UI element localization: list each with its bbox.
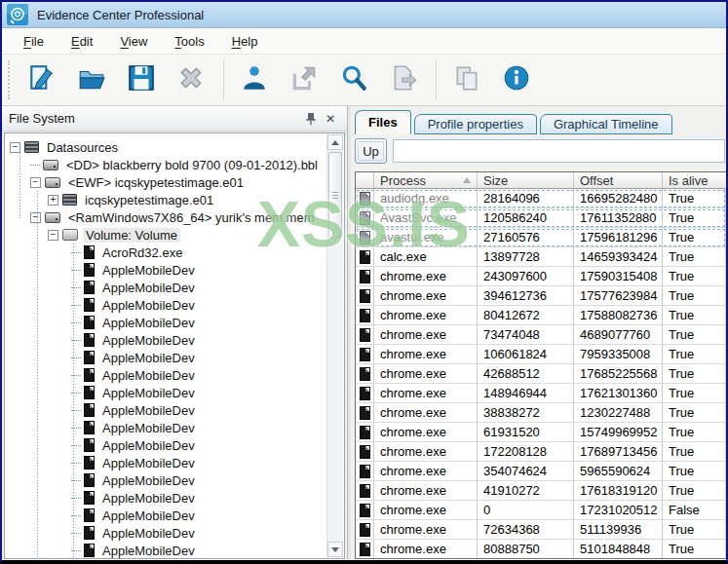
cell-offset: 17621301360 — [574, 384, 663, 402]
process-doc-icon — [84, 491, 95, 505]
tree-node[interactable]: AppleMobileDev — [5, 524, 344, 542]
table-row[interactable]: audiodg.exe2816409616695282480True — [356, 189, 726, 208]
header-cell-process[interactable]: Process — [374, 172, 478, 188]
tree-node[interactable]: AppleMobileDev — [5, 542, 344, 559]
collapse-minus-icon[interactable]: − — [10, 142, 20, 153]
cell-process: calc.exe — [374, 247, 478, 266]
tree-node-label: Volume: Volume — [83, 228, 180, 243]
up-button[interactable]: Up — [355, 138, 387, 164]
table-row[interactable]: chrome.exe1060618247959335008True — [356, 345, 726, 364]
header-cell-offset[interactable]: Offset — [574, 172, 663, 188]
header-cell-is-alive[interactable]: Is alive — [663, 172, 726, 188]
tree-node[interactable]: AppleMobileDev — [5, 261, 344, 279]
table-row[interactable]: chrome.exe3540746245965590624True — [356, 462, 726, 481]
pin-icon[interactable] — [301, 110, 321, 128]
tree-node[interactable]: −<EWF> icqskypetestimage.e01 — [5, 173, 344, 191]
toolbar-new-item-button[interactable] — [21, 59, 62, 100]
tree-node[interactable]: AppleMobileDev — [5, 331, 344, 349]
table-row[interactable]: chrome.exe4268851217685225568True — [356, 364, 726, 384]
table-row[interactable]: chrome.exe6193152015749969952True — [356, 423, 726, 442]
scroll-up-button[interactable] — [327, 134, 343, 150]
tree-node[interactable]: AppleMobileDev — [5, 296, 344, 314]
table-row[interactable]: calc.exe1389772814659393424True — [356, 247, 726, 267]
table-row[interactable]: chrome.exe39461273617577623984True — [356, 286, 726, 306]
scroll-down-button[interactable] — [327, 542, 343, 557]
tree-node[interactable]: −Datasources — [5, 138, 344, 156]
toolbar-save-case-button[interactable] — [121, 59, 162, 100]
toolbar-about-button[interactable] — [496, 59, 537, 100]
tree-node[interactable]: AppleMobileDev — [5, 279, 344, 296]
table-row[interactable]: chrome.exe14894694417621301360True — [356, 384, 726, 403]
tree-scrollbar[interactable] — [326, 134, 343, 557]
toolbar-copy-button[interactable] — [446, 59, 487, 100]
tab-profile-properties[interactable]: Profile properties — [414, 114, 537, 134]
table-row[interactable]: chrome.exe017231020512False — [356, 501, 726, 520]
app-logo-icon — [7, 4, 28, 25]
close-panel-icon[interactable]: ✕ — [321, 110, 340, 128]
table-row[interactable]: chrome.exe17220812817689713456True — [356, 442, 726, 462]
toolbar-report-button[interactable] — [383, 59, 424, 100]
cell-size: 394612736 — [478, 286, 574, 305]
tree-node[interactable]: AppleMobileDev — [5, 471, 344, 489]
tree-node[interactable]: −Volume: Volume — [5, 226, 344, 244]
collapse-minus-icon[interactable]: − — [30, 177, 41, 188]
cell-process: chrome.exe — [374, 364, 478, 383]
cell-icon — [356, 442, 374, 461]
tree-node[interactable]: AppleMobileDev — [5, 401, 344, 419]
tree-node[interactable]: AppleMobileDev — [5, 454, 344, 471]
header-cell-icon[interactable] — [356, 172, 374, 188]
tree-node[interactable]: AppleMobileDev — [5, 349, 344, 366]
tree-node[interactable]: AppleMobileDev — [5, 384, 344, 401]
process-doc-icon — [84, 438, 95, 452]
tree-node[interactable]: AppleMobileDev — [5, 489, 344, 507]
process-doc-icon — [360, 309, 370, 322]
tree-node[interactable]: AppleMobileDev — [5, 507, 344, 524]
tree-node[interactable]: +icqskypetestimage.e01 — [5, 191, 344, 208]
tree-node-label: AppleMobileDev — [99, 316, 198, 330]
sort-ascending-icon — [463, 177, 471, 183]
tree-node[interactable]: AppleMobileDev — [5, 419, 344, 436]
table-row[interactable]: chrome.exe24309760017590315408True — [356, 267, 726, 286]
table-row[interactable]: chrome.exe72634368511139936True — [356, 520, 726, 540]
toolbar-delete-item-button[interactable] — [171, 59, 211, 100]
tree-node[interactable]: <DD> blackberry bold 9700 (09-01-2012).b… — [5, 156, 344, 173]
menu-item-edit[interactable]: Edit — [57, 30, 106, 53]
menu-item-tools[interactable]: Tools — [161, 30, 217, 53]
toolbar-search-button[interactable] — [333, 59, 374, 100]
menu-item-view[interactable]: View — [106, 30, 161, 53]
column-label: Process — [380, 173, 426, 188]
tab-bar: FilesProfile propertiesGraphical Timelin… — [355, 110, 726, 134]
table-row[interactable]: avastui.exe2716057617596181296True — [356, 228, 726, 247]
file-system-panel: File System ✕ −Datasources<DD> blackberr… — [2, 106, 348, 559]
tree-node-label: <DD> blackberry bold 9700 (09-01-2012).b… — [63, 158, 321, 172]
tree-node[interactable]: AppleMobileDev — [5, 436, 344, 454]
tree-node[interactable]: AppleMobileDev — [5, 314, 344, 331]
table-row[interactable]: chrome.exe808887505101848848True — [356, 540, 726, 558]
tree-node[interactable]: −<RamWindows7X86_64> yurik's mem.mem — [5, 208, 344, 226]
collapse-minus-icon[interactable]: − — [30, 212, 41, 223]
header-cell-size[interactable]: Size — [478, 172, 574, 188]
toolbar-open-case-button[interactable] — [71, 59, 112, 100]
toolbar-grip[interactable] — [8, 60, 12, 99]
scrollbar-thumb[interactable] — [328, 152, 342, 238]
menu-item-help[interactable]: Help — [218, 30, 272, 53]
table-row[interactable]: chrome.exe8041267217588082736True — [356, 306, 726, 325]
cell-offset: 17618319120 — [574, 481, 663, 500]
table-row[interactable]: AvastSvc.exe12058624017611352880True — [356, 208, 726, 228]
tree-node[interactable]: AppleMobileDev — [5, 366, 344, 384]
tree-node[interactable]: AcroRd32.exe — [5, 244, 344, 261]
cell-size: 72634368 — [478, 520, 574, 539]
cell-process: chrome.exe — [374, 267, 478, 285]
cell-process: chrome.exe — [374, 481, 478, 500]
table-row[interactable]: chrome.exe388382721230227488True — [356, 403, 726, 423]
tab-graphical-timeline[interactable]: Graphical Timeline — [540, 114, 672, 134]
table-row[interactable]: chrome.exe4191027217618319120True — [356, 481, 726, 501]
table-row[interactable]: chrome.exe734740484689077760True — [356, 325, 726, 345]
expand-plus-icon[interactable]: + — [48, 195, 58, 206]
tab-files[interactable]: Files — [355, 110, 411, 134]
path-input[interactable] — [393, 139, 725, 163]
toolbar-profile-button[interactable] — [234, 59, 275, 100]
toolbar-export-button[interactable] — [284, 59, 325, 100]
menu-item-file[interactable]: File — [10, 30, 57, 53]
collapse-minus-icon[interactable]: − — [48, 230, 58, 241]
